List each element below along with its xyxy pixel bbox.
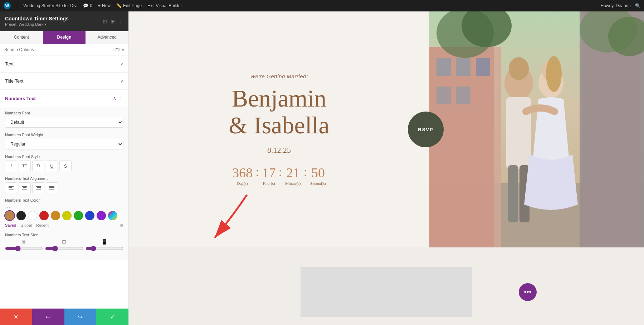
chevron-down-icon-2: ∨	[120, 79, 123, 84]
align-left-icon	[9, 185, 14, 190]
layout-icon[interactable]: ⊞	[111, 19, 115, 24]
align-right-button[interactable]	[32, 182, 44, 193]
color-swatch-blue[interactable]	[85, 211, 94, 220]
bottom-section: •••	[129, 247, 644, 325]
strikethrough-button[interactable]: S	[59, 161, 72, 171]
svg-point-30	[546, 56, 562, 92]
color-swatch-green[interactable]	[74, 211, 83, 220]
color-tabs: Saved Global Recent ⚙	[5, 223, 123, 228]
admin-bar-right: Howdy, Deanna 🔍	[601, 3, 641, 8]
countdown-hours-label: Hour(s)	[263, 181, 275, 186]
section-menu-icon[interactable]: ⋮	[118, 95, 123, 101]
tab-content[interactable]: Content	[0, 31, 43, 44]
svg-rect-5	[22, 189, 27, 189]
search-icon[interactable]: 🔍	[635, 3, 640, 8]
size-range-tablet[interactable]	[45, 246, 83, 251]
size-range-desktop[interactable]	[5, 246, 43, 251]
countdown-minutes-label: Minute(s)	[285, 181, 301, 186]
countdown-seconds-number: 50	[311, 165, 325, 181]
section-numbers-text-title: Numbers Text	[5, 96, 36, 101]
color-swatch-white[interactable]	[28, 211, 37, 220]
color-tab-global[interactable]: Global	[20, 223, 32, 228]
tab-design[interactable]: Design	[43, 31, 86, 44]
svg-rect-16	[436, 58, 451, 76]
svg-rect-0	[9, 186, 14, 187]
align-justify-icon	[49, 185, 54, 190]
color-swatch-brown[interactable]	[5, 211, 14, 220]
numbers-text-alignment-group: Numbers Text Alignment	[5, 176, 123, 193]
wp-logo-icon: W	[4, 2, 11, 9]
italic-button[interactable]: I	[5, 161, 17, 171]
gear-icon[interactable]: ⚙	[120, 223, 123, 228]
admin-bar: W | Wedding Starter Site for Divi 💬 0 + …	[0, 0, 644, 11]
color-swatch-black[interactable]	[16, 211, 26, 220]
capitalize-button[interactable]: Tt	[32, 161, 44, 171]
exit-builder-label: Exit Visual Builder	[147, 3, 182, 8]
color-swatch-rainbow[interactable]	[108, 211, 117, 220]
align-center-button[interactable]	[19, 182, 31, 193]
underline-button[interactable]: U	[46, 161, 58, 171]
undo-button[interactable]: ↩	[32, 309, 64, 325]
countdown-hours: 17 Hour(s)	[262, 165, 276, 186]
more-icon[interactable]: ⋮	[118, 19, 123, 24]
uppercase-button[interactable]: TT	[19, 161, 31, 171]
align-justify-button[interactable]	[46, 182, 58, 193]
tab-advanced[interactable]: Advanced	[86, 31, 128, 44]
search-input[interactable]	[4, 47, 109, 52]
wedding-left-panel: We're Getting Married! Benjamin& Isabell…	[129, 11, 429, 247]
comment-count-link[interactable]: 💬 0	[83, 3, 92, 8]
redo-button[interactable]: ↪	[64, 309, 97, 325]
bottom-placeholder-box	[301, 267, 472, 317]
comment-icon: 💬	[83, 3, 88, 8]
chevron-down-icon: ∨	[120, 61, 123, 67]
align-left-button[interactable]	[5, 182, 17, 193]
countdown-colon-3: :	[303, 165, 307, 178]
countdown-minutes: 21 Minute(s)	[285, 165, 301, 186]
color-palette-icon[interactable]: ⋯	[5, 204, 11, 211]
redo-icon: ↪	[78, 314, 83, 320]
numbers-font-weight-select[interactable]: Regular	[5, 139, 123, 149]
site-name-link[interactable]: Wedding Starter Site for Divi	[23, 3, 77, 8]
sidebar-tabs: Content Design Advanced	[0, 31, 128, 44]
filter-button[interactable]: + Filter	[112, 48, 124, 52]
new-link[interactable]: + New	[98, 3, 111, 8]
numbers-font-select[interactable]: Default	[5, 117, 123, 128]
edit-page-link[interactable]: ✏️ Edit Page	[116, 3, 142, 8]
confirm-button[interactable]: ✓	[96, 309, 128, 325]
rsvp-button[interactable]: RSVP	[408, 112, 444, 147]
color-swatch-red[interactable]	[39, 211, 49, 220]
size-range-phone[interactable]	[86, 246, 123, 251]
countdown-colon-1: :	[255, 165, 259, 178]
red-arrow-svg	[197, 188, 261, 245]
pencil-icon: ✏️	[116, 3, 122, 8]
section-actions: ∧ ⋮	[113, 95, 123, 101]
exit-builder-link[interactable]: Exit Visual Builder	[147, 3, 182, 8]
tablet-size-slider: ⊟	[45, 239, 83, 251]
responsive-icon[interactable]: ⊡	[103, 19, 107, 24]
svg-rect-8	[36, 189, 41, 189]
numbers-font-weight-label: Numbers Font Weight	[5, 133, 123, 137]
color-tab-saved[interactable]: Saved	[5, 223, 16, 228]
numbers-font-label: Numbers Font	[5, 111, 123, 115]
color-swatch-purple[interactable]	[97, 211, 106, 220]
size-sliders: 🖥 ⊟ 📱	[5, 239, 123, 251]
phone-size-slider: 📱	[86, 239, 123, 251]
section-numbers-text[interactable]: Numbers Text ∧ ⋮	[0, 90, 128, 107]
preset-chevron-icon: ▾	[44, 22, 47, 26]
desktop-icon: 🖥	[21, 239, 26, 245]
svg-rect-2	[9, 189, 14, 189]
numbers-text-color-label: Numbers Text Color	[5, 198, 123, 202]
svg-rect-6	[36, 186, 41, 187]
numbers-font-style-group: Numbers Font Style I TT Tt U S	[5, 154, 123, 171]
bottom-purple-button[interactable]: •••	[519, 283, 537, 301]
color-swatch-yellow[interactable]	[62, 211, 72, 220]
color-swatch-orange[interactable]	[51, 211, 60, 220]
section-text[interactable]: Text ∨	[0, 55, 128, 73]
section-title-text[interactable]: Title Text ∨	[0, 73, 128, 90]
svg-rect-1	[9, 187, 12, 188]
color-tab-recent[interactable]: Recent	[36, 223, 49, 228]
cancel-button[interactable]: ✕	[0, 309, 32, 325]
desktop-size-slider: 🖥	[5, 239, 43, 251]
sidebar-preset[interactable]: Preset: Wedding Dark ▾	[5, 22, 69, 27]
numbers-font-style-label: Numbers Font Style	[5, 154, 123, 159]
